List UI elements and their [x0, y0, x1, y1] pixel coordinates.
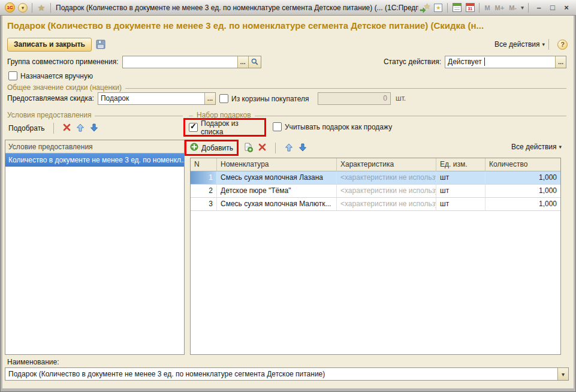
gift-from-list-label: Подарок из списка [201, 119, 261, 136]
chevron-down-icon: ▾ [542, 41, 545, 47]
ellipsis-button[interactable]: ... [555, 56, 566, 68]
cell-characteristic: <характеристики не использу... [337, 185, 436, 198]
minimize-button[interactable]: – [533, 2, 545, 13]
window-title: Подарок (Количество в документе не менее… [53, 4, 418, 12]
basket-checkbox[interactable] [219, 94, 228, 103]
status-field[interactable]: Действует ... [445, 56, 566, 68]
ellipsis-button[interactable]: ... [204, 93, 215, 104]
manual-assign-label: Назначается вручную [20, 72, 93, 80]
name-combo-field[interactable]: Подарок (Количество в документе не менее… [5, 367, 569, 381]
favorites-star-icon[interactable]: ★ [36, 2, 47, 13]
divider [50, 3, 51, 13]
divider [548, 39, 549, 50]
name-label: Наименование: [7, 358, 59, 366]
system-menu-icon[interactable]: ▾ [18, 3, 28, 13]
basket-qty-unit: шт. [396, 94, 406, 102]
gifts-table: N Номенклатура Характеристика Ед. изм. К… [190, 158, 561, 355]
divider [275, 143, 276, 153]
move-down-icon[interactable] [90, 123, 98, 134]
manual-assign-row: Назначается вручную [8, 71, 93, 80]
titlebar: 1С ▾ ★ Подарок (Количество в документе н… [0, 0, 576, 16]
discount-field[interactable]: Подарок ... [98, 92, 216, 105]
add-icon [190, 143, 198, 153]
group-usage-label: Группа совместного применения: [7, 58, 119, 66]
cell-unit: шт [436, 171, 485, 185]
count-as-sale-checkbox[interactable] [273, 122, 282, 131]
gift-from-list-checkbox[interactable] [189, 123, 198, 132]
annotation-box-add-button: Добавить [185, 140, 239, 156]
cell-n: 1 [191, 171, 217, 185]
help-button[interactable]: ? [557, 40, 568, 50]
cell-n: 2 [191, 185, 217, 198]
ellipsis-button[interactable]: ... [237, 56, 248, 68]
condition-item-selected[interactable]: Количество в документе не менее 3 ед. по… [5, 153, 184, 167]
all-actions-menu[interactable]: Все действия ▾ [494, 40, 545, 49]
pick-button[interactable]: Подобрать [8, 124, 44, 132]
basket-row: Из корзины покупателя [219, 94, 309, 103]
conditions-group-header: Условия предоставления [7, 111, 183, 119]
calc-memory-m-plus-button[interactable]: M+ [495, 4, 505, 11]
close-button[interactable]: × [560, 2, 572, 13]
cell-nomenclature: Смесь сухая молочная Лазана [217, 171, 337, 185]
calc-memory-m-button[interactable]: M [484, 4, 490, 11]
cell-unit: шт [436, 198, 485, 211]
delete-icon[interactable] [63, 123, 71, 133]
manual-assign-checkbox[interactable] [8, 71, 17, 80]
conditions-list: Условие предоставления Количество в доку… [5, 140, 185, 355]
search-icon[interactable] [248, 56, 261, 68]
divider [479, 3, 480, 13]
toolbar-overflow-icon[interactable]: ▾ [521, 4, 524, 11]
cell-nomenclature: Смесь сухая молочная Малютк... [217, 198, 337, 211]
calculator-icon[interactable] [453, 3, 462, 12]
cell-qty: 1,000 [485, 185, 560, 198]
divider [528, 3, 529, 13]
add-button[interactable]: Добавить [201, 144, 233, 152]
gifts-toolbar [243, 140, 307, 156]
favorites-window-icon[interactable]: ★ [434, 4, 442, 12]
command-bar: Записать и закрыть Все действия ▾ ? [7, 37, 568, 52]
table-row[interactable]: 2 Детское пюре "Тёма" <характеристики не… [191, 185, 560, 198]
app-1c-logo-icon: 1С [5, 2, 15, 13]
cell-nomenclature: Детское пюре "Тёма" [217, 185, 337, 198]
divider [53, 123, 54, 134]
add-to-favorites-icon[interactable]: ★ [420, 3, 430, 13]
move-up-icon[interactable] [76, 123, 85, 134]
group-usage-field[interactable]: ... [122, 56, 261, 68]
gifts-table-header: N Номенклатура Характеристика Ед. изм. К… [191, 158, 560, 171]
divider [32, 3, 32, 13]
cell-n: 3 [191, 198, 217, 211]
basket-qty-field: 0 [318, 92, 391, 105]
move-up-icon[interactable] [285, 143, 293, 153]
row-group-status: Группа совместного применения: ... Стату… [7, 55, 566, 68]
divider [447, 3, 448, 13]
table-row[interactable]: 1 Смесь сухая молочная Лазана <характери… [191, 171, 560, 185]
delete-icon[interactable] [258, 143, 266, 153]
save-icon[interactable] [96, 40, 105, 49]
status-label: Статус действия: [384, 58, 441, 66]
chevron-down-icon: ▾ [559, 144, 562, 150]
annotation-box-gift-from-list: Подарок из списка [183, 118, 266, 137]
table-row[interactable]: 3 Смесь сухая молочная Малютк... <характ… [191, 198, 560, 211]
cell-qty: 1,000 [485, 171, 560, 185]
cell-unit: шт [436, 185, 485, 198]
count-as-sale-row: Учитывать подарок как продажу [273, 122, 392, 131]
save-and-close-button[interactable]: Записать и закрыть [7, 38, 92, 52]
calendar-icon[interactable]: 31 [466, 3, 475, 12]
cell-characteristic: <характеристики не использу... [337, 198, 436, 211]
conditions-toolbar: Подобрать [8, 120, 98, 136]
text-cursor [484, 58, 485, 66]
gifts-all-actions-menu[interactable]: Все действия ▾ [511, 143, 562, 151]
maximize-button[interactable]: □ [547, 2, 559, 13]
conditions-list-header: Условие предоставления [5, 140, 184, 153]
basket-label: Из корзины покупателя [231, 95, 309, 103]
row-discount: Предоставляемая скидка: Подарок ... Из к… [7, 92, 566, 105]
copy-row-icon[interactable] [243, 143, 253, 154]
calc-memory-m-minus-button[interactable]: M- [509, 4, 517, 11]
cell-characteristic: <характеристики не использу... [337, 171, 436, 185]
move-down-icon[interactable] [298, 143, 307, 153]
discount-group-header: Общее значение скидки (наценки) [7, 83, 566, 92]
app-window: 1С ▾ ★ Подарок (Количество в документе н… [0, 0, 576, 392]
count-as-sale-label: Учитывать подарок как продажу [285, 123, 392, 131]
combo-dropdown-icon[interactable]: ▾ [557, 368, 568, 380]
cell-qty: 1,000 [485, 198, 560, 211]
